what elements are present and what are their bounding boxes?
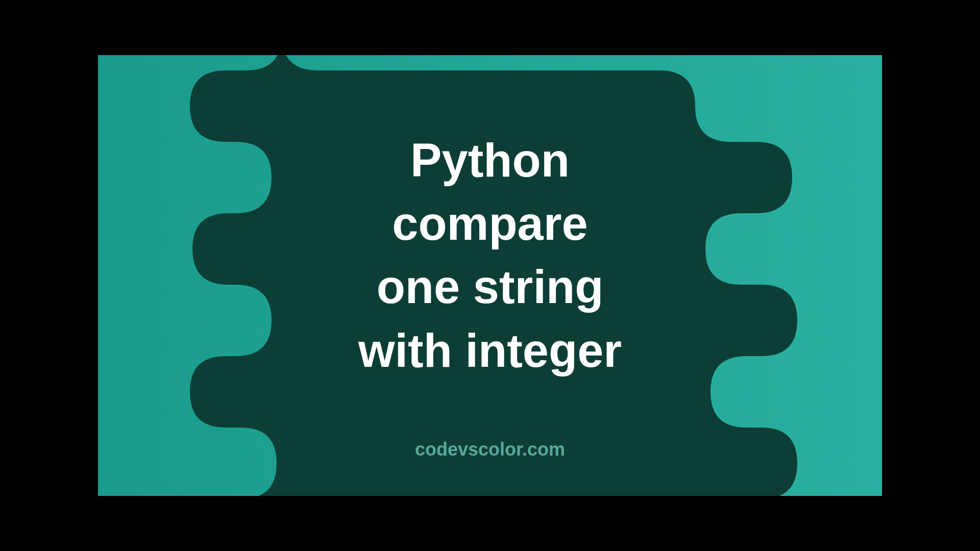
- banner-card: Python compare one string with integer c…: [98, 55, 882, 496]
- banner-credit: codevscolor.com: [415, 439, 565, 460]
- banner-title: Python compare one string with integer: [358, 129, 622, 382]
